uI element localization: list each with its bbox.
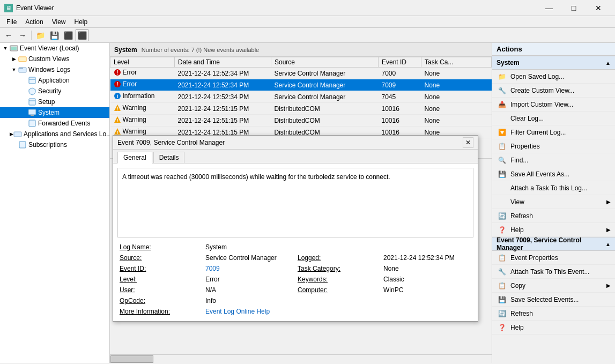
label-opcode: OpCode: bbox=[117, 295, 203, 306]
label-empty1 bbox=[295, 242, 381, 252]
bottom-scrollbar[interactable] bbox=[110, 354, 492, 363]
cell-eventid: 7045 bbox=[379, 91, 421, 103]
action-item[interactable]: ❓Help bbox=[492, 321, 615, 335]
col-eventid[interactable]: Event ID bbox=[379, 57, 421, 68]
event-section-header[interactable]: Event 7009, Service Control Manager ▲ bbox=[492, 237, 615, 251]
action-item-label: Refresh bbox=[510, 310, 533, 317]
label-logged: Logged: bbox=[295, 252, 381, 263]
action-item[interactable]: View▶ bbox=[492, 195, 615, 209]
tree-item-application[interactable]: ▶ Application bbox=[0, 75, 109, 86]
action-item-icon: 📋 bbox=[497, 252, 507, 263]
value-computer: WinPC bbox=[381, 285, 473, 295]
action-item[interactable]: 📥Import Custom View... bbox=[492, 98, 615, 112]
minimize-button[interactable]: — bbox=[537, 0, 561, 16]
action-item[interactable]: 🔧Create Custom View... bbox=[492, 84, 615, 98]
action-item[interactable]: 📋Properties bbox=[492, 139, 615, 153]
event-detail-header: Event 7009, Service Control Manager ✕ bbox=[113, 136, 478, 150]
empty-r6c3 bbox=[295, 295, 381, 306]
close-button[interactable]: ✕ bbox=[586, 0, 611, 16]
cell-eventid: 10016 bbox=[379, 103, 421, 115]
menu-item-help[interactable]: Help bbox=[70, 17, 92, 27]
cell-source: Service Control Manager bbox=[271, 68, 379, 79]
expand-custom-views[interactable]: ▶ bbox=[10, 56, 18, 62]
cell-level: !Error bbox=[110, 79, 175, 91]
toolbar-view2[interactable]: ⬛ bbox=[76, 29, 88, 41]
empty-r7c4 bbox=[381, 306, 473, 317]
expand-root[interactable]: ▼ bbox=[1, 46, 10, 51]
label-application: Application bbox=[38, 77, 70, 84]
tree-item-subscriptions[interactable]: ▶ Subscriptions bbox=[0, 139, 109, 150]
tree-item-setup[interactable]: ▶ Setup bbox=[0, 96, 109, 107]
table-row[interactable]: !Error2021-12-24 12:52:34 PMService Cont… bbox=[110, 68, 492, 79]
value-keywords: Classic bbox=[381, 274, 473, 285]
tree-item-root[interactable]: ▼ Event Viewer (Local) bbox=[0, 43, 109, 54]
action-item[interactable]: Attach a Task To this Log... bbox=[492, 181, 615, 195]
menu-item-file[interactable]: File bbox=[2, 17, 21, 27]
col-level[interactable]: Level bbox=[110, 57, 175, 68]
action-item[interactable]: Clear Log... bbox=[492, 112, 615, 125]
cell-source: Service Control Manager bbox=[271, 79, 379, 91]
tree-item-security[interactable]: ▶ Security bbox=[0, 86, 109, 96]
expand-apps-services[interactable]: ▶ bbox=[10, 131, 13, 137]
col-source[interactable]: Source bbox=[271, 57, 379, 68]
action-item[interactable]: 🔽Filter Current Log... bbox=[492, 125, 615, 139]
svg-rect-10 bbox=[28, 109, 36, 115]
label-forwarded: Forwarded Events bbox=[38, 120, 90, 127]
action-item-icon: 📋 bbox=[497, 280, 507, 291]
empty-r6c4 bbox=[381, 295, 473, 306]
label-windows-logs: Windows Logs bbox=[28, 66, 70, 73]
menu-item-view[interactable]: View bbox=[48, 17, 70, 27]
maximize-button[interactable]: □ bbox=[561, 0, 586, 16]
action-item[interactable]: ❓Help▶ bbox=[492, 223, 615, 237]
table-row[interactable]: !Warning2021-12-24 12:51:15 PMDistribute… bbox=[110, 115, 492, 127]
icon-application bbox=[28, 76, 36, 85]
label-subscriptions: Subscriptions bbox=[28, 141, 67, 148]
table-row[interactable]: !Error2021-12-24 12:52:34 PMService Cont… bbox=[110, 79, 492, 91]
tree-item-windows-logs[interactable]: ▼ Windows Logs bbox=[0, 64, 109, 75]
expand-windows-logs[interactable]: ▼ bbox=[10, 67, 18, 72]
action-item-arrow: ▶ bbox=[606, 199, 611, 205]
action-item-icon: 🔄 bbox=[497, 211, 507, 221]
icon-root bbox=[10, 44, 18, 53]
label-setup: Setup bbox=[38, 98, 55, 106]
scroll-thumb[interactable] bbox=[110, 355, 153, 363]
cell-eventid: 7000 bbox=[379, 68, 421, 79]
action-item-label: Attach a Task To this Log... bbox=[510, 184, 587, 192]
tab-details[interactable]: Details bbox=[153, 152, 185, 163]
col-datetime[interactable]: Date and Time bbox=[175, 57, 271, 68]
menu-item-action[interactable]: Action bbox=[21, 17, 47, 27]
action-item-icon: 🔄 bbox=[497, 308, 507, 319]
toolbar-forward[interactable]: → bbox=[16, 29, 29, 41]
action-item-icon bbox=[497, 113, 507, 124]
tree-item-apps-services[interactable]: ▶ Applications and Services Lo... bbox=[0, 129, 109, 139]
toolbar-view1[interactable]: ⬛ bbox=[62, 29, 75, 41]
action-item-label: Clear Log... bbox=[510, 115, 544, 122]
tree-item-system[interactable]: ▶ System bbox=[0, 107, 109, 118]
table-row[interactable]: iInformation2021-12-24 12:52:34 PMServic… bbox=[110, 91, 492, 103]
action-item[interactable]: 🔍Find... bbox=[492, 153, 615, 167]
action-item[interactable]: 📋Event Properties bbox=[492, 251, 615, 265]
tab-general[interactable]: General bbox=[117, 152, 152, 164]
system-section-header[interactable]: System ▲ bbox=[492, 56, 615, 70]
event-detail-close-button[interactable]: ✕ bbox=[463, 137, 473, 148]
tree-item-custom-views[interactable]: ▶ Custom Views bbox=[0, 54, 109, 64]
action-item[interactable]: 💾Save Selected Events... bbox=[492, 293, 615, 307]
value-moreinfo[interactable]: Event Log Online Help bbox=[203, 306, 295, 317]
table-row[interactable]: !Warning2021-12-24 12:51:15 PMDistribute… bbox=[110, 103, 492, 115]
action-item[interactable]: 📁Open Saved Log... bbox=[492, 70, 615, 84]
actions-panel: Actions System ▲ 📁Open Saved Log...🔧Crea… bbox=[492, 43, 615, 363]
col-taskcategory[interactable]: Task Ca... bbox=[421, 57, 492, 68]
svg-text:!: ! bbox=[116, 130, 118, 135]
action-item[interactable]: 💾Save All Events As... bbox=[492, 167, 615, 181]
toolbar-save[interactable]: 💾 bbox=[48, 29, 61, 41]
icon-custom-views bbox=[18, 55, 27, 63]
toolbar: ← → 📁 💾 ⬛ ⬛ bbox=[0, 28, 615, 43]
event-actions: 📋Event Properties🔧Attach Task To This Ev… bbox=[492, 251, 615, 335]
action-item[interactable]: 🔄Refresh bbox=[492, 307, 615, 321]
tree-item-forwarded[interactable]: ▶ Forwarded Events bbox=[0, 118, 109, 129]
toolbar-open[interactable]: 📁 bbox=[34, 29, 47, 41]
action-item[interactable]: 🔄Refresh bbox=[492, 209, 615, 223]
action-item[interactable]: 📋Copy▶ bbox=[492, 279, 615, 293]
toolbar-back[interactable]: ← bbox=[2, 29, 15, 41]
action-item[interactable]: 🔧Attach Task To This Event... bbox=[492, 265, 615, 279]
